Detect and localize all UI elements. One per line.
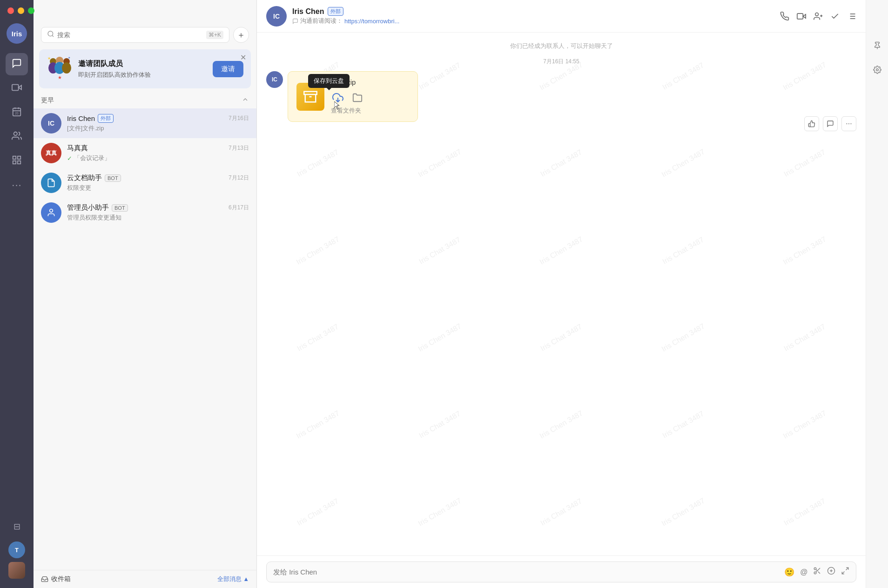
- chat-header-name: Iris Chen: [292, 7, 324, 16]
- iris-chen-preview: [文件]文件.zip: [67, 124, 223, 133]
- sidebar-user-photo[interactable]: [8, 562, 25, 579]
- svg-point-38: [814, 568, 816, 570]
- svg-marker-0: [19, 85, 21, 89]
- scissors-button[interactable]: [813, 567, 821, 577]
- chat-item-iris-chen[interactable]: IC Iris Chen 外部 [文件]文件.zip 7月16日: [34, 108, 256, 138]
- banner-close-button[interactable]: ✕: [240, 53, 246, 62]
- sessions-icon: ⊟: [13, 521, 20, 532]
- emoji-button[interactable]: 🙂: [784, 567, 794, 577]
- svg-rect-25: [797, 13, 803, 19]
- subtitle-prefix: 沟通前请阅读：: [300, 17, 343, 25]
- invite-button[interactable]: 邀请: [213, 61, 243, 77]
- more-options-button[interactable]: [847, 12, 856, 21]
- cloud-docs-info: 云文档助手 BOT 权限变更: [67, 174, 223, 192]
- sidebar-item-contacts[interactable]: [6, 126, 28, 148]
- cloud-docs-name: 云文档助手: [67, 174, 102, 182]
- sidebar-item-more[interactable]: ···: [6, 174, 28, 196]
- chat-header-info: Iris Chen 外部 沟通前请阅读： https://tomorrowbri…: [292, 7, 774, 25]
- search-shortcut: ⌘+K: [206, 31, 223, 39]
- admin-assistant-avatar: [41, 202, 61, 223]
- add-button[interactable]: ＋: [233, 27, 249, 43]
- invite-banner-text: 邀请团队成员 即刻开启团队高效协作体验: [78, 59, 207, 79]
- chat-header-avatar: IC: [266, 6, 287, 27]
- section-collapse-icon[interactable]: [242, 96, 249, 105]
- chat-header-subtitle: 沟通前请阅读： https://tomorrowbri...: [292, 17, 774, 25]
- expand-button[interactable]: [841, 567, 849, 577]
- svg-line-47: [842, 572, 844, 574]
- phone-call-button[interactable]: [780, 12, 789, 21]
- save-cloud-button[interactable]: 保存到云盘: [331, 91, 345, 105]
- sidebar-item-sessions[interactable]: ⊟: [6, 515, 28, 538]
- system-message: 你们已经成为联系人，可以开始聊天了: [266, 42, 856, 50]
- ma-zhenzhen-name: 马真真: [67, 144, 88, 153]
- mention-button[interactable]: @: [800, 568, 807, 576]
- message-hover-actions: ···: [804, 116, 856, 131]
- svg-point-19: [62, 62, 71, 74]
- iris-chen-badge: 外部: [98, 114, 114, 123]
- ma-zhenzhen-info: 马真真 ✓ 「会议记录」: [67, 144, 223, 162]
- admin-assistant-name: 管理员小助手: [67, 203, 109, 212]
- pin-button[interactable]: [869, 37, 886, 54]
- admin-assistant-info: 管理员小助手 BOT 管理员权限变更通知: [67, 203, 223, 222]
- apps-icon: [12, 155, 22, 167]
- header-link[interactable]: https://tomorrowbri...: [344, 18, 399, 25]
- chat-item-admin-assistant[interactable]: 管理员小助手 BOT 管理员权限变更通知 6月17日: [34, 198, 256, 227]
- message-time: 7月16日 14:55: [266, 58, 856, 66]
- chat-input-area: 🙂 @: [257, 555, 866, 588]
- search-input[interactable]: [57, 31, 203, 39]
- section-header: 更早: [34, 92, 256, 108]
- iris-chen-avatar: IC: [41, 113, 61, 134]
- calendar-icon: 20: [12, 107, 22, 119]
- chat-item-cloud-docs[interactable]: 云文档助手 BOT 权限变更 7月12日: [34, 168, 256, 198]
- sidebar-item-apps[interactable]: [6, 150, 28, 172]
- sidebar-user-t[interactable]: T: [8, 541, 25, 558]
- like-button[interactable]: [804, 116, 819, 131]
- svg-marker-24: [803, 14, 806, 18]
- contacts-icon: [12, 131, 22, 143]
- inbox-label: 收件箱: [41, 575, 71, 583]
- sidebar-item-chat[interactable]: [6, 53, 28, 75]
- svg-text:★: ★: [47, 56, 51, 60]
- window-controls: [7, 7, 34, 14]
- svg-rect-9: [18, 156, 20, 159]
- add-attachment-button[interactable]: [827, 567, 835, 577]
- video-call-button[interactable]: [797, 12, 806, 21]
- file-message-card[interactable]: 文件.zip 保存到云盘: [288, 71, 418, 122]
- view-folder-button[interactable]: [350, 91, 364, 105]
- svg-rect-11: [18, 160, 20, 163]
- sidebar-item-video[interactable]: [6, 77, 28, 100]
- user-avatar[interactable]: Iris: [7, 23, 27, 44]
- chat-icon: [12, 58, 22, 71]
- inbox-text: 收件箱: [51, 575, 71, 583]
- comment-button[interactable]: [823, 116, 838, 131]
- maximize-button[interactable]: [28, 7, 34, 14]
- chat-main: IC Iris Chen 外部 沟通前请阅读： https://tomorrow…: [257, 0, 866, 588]
- svg-point-12: [48, 31, 53, 36]
- check-button[interactable]: [830, 12, 840, 21]
- ma-zhenzhen-time: 7月13日: [229, 144, 249, 152]
- sidebar-item-calendar[interactable]: 20: [6, 101, 28, 124]
- minimize-button[interactable]: [18, 7, 24, 14]
- svg-text:★: ★: [58, 75, 62, 80]
- more-message-actions[interactable]: ···: [841, 116, 856, 131]
- all-messages-button[interactable]: 全部消息 ▲: [217, 575, 249, 583]
- chat-list-panel: ⌘+K ＋ ✕ ★ ★ ★ 邀请团队成员: [34, 0, 257, 588]
- settings-button[interactable]: [869, 61, 886, 78]
- cloud-docs-avatar: [41, 173, 61, 193]
- search-input-wrapper[interactable]: ⌘+K: [41, 27, 229, 43]
- chat-header-badge: 外部: [328, 7, 343, 16]
- svg-point-49: [876, 69, 878, 71]
- svg-line-41: [818, 572, 820, 574]
- view-folder-label: 查看文件夹: [331, 107, 364, 115]
- chat-input[interactable]: [273, 568, 779, 576]
- admin-assistant-badge: BOT: [112, 204, 128, 212]
- chat-header: IC Iris Chen 外部 沟通前请阅读： https://tomorrow…: [257, 0, 866, 33]
- ma-zhenzhen-avatar: 真真: [41, 143, 61, 163]
- add-member-button[interactable]: [814, 12, 823, 21]
- file-message-content: 文件.zip 保存到云盘: [288, 71, 856, 122]
- close-button[interactable]: [7, 7, 14, 14]
- chat-item-ma-zhenzhen[interactable]: 真真 马真真 ✓ 「会议记录」 7月13日: [34, 138, 256, 168]
- svg-point-26: [815, 13, 819, 16]
- section-label: 更早: [41, 96, 54, 105]
- iris-chen-time: 7月16日: [229, 114, 249, 122]
